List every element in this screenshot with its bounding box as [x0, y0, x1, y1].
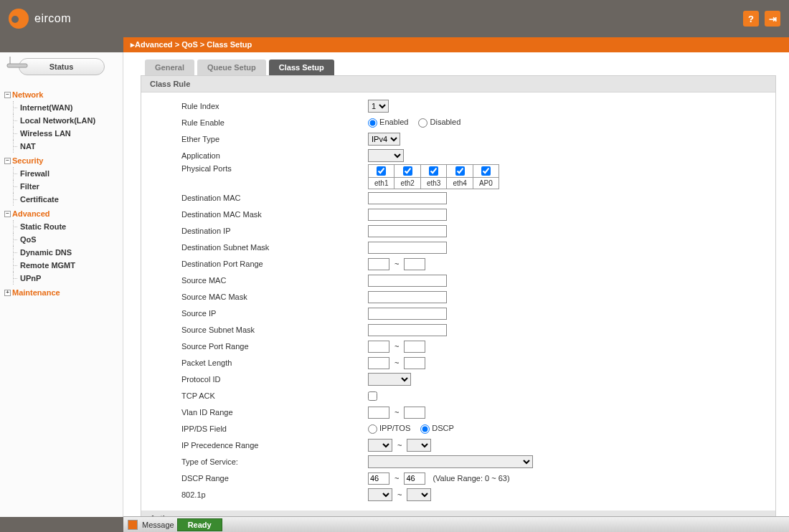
dest-ip-input[interactable] [368, 225, 447, 237]
dscp-to-input[interactable] [404, 472, 425, 485]
label-src-mac-mask: Source MAC Mask [181, 293, 368, 301]
ipp-tos-radio[interactable]: IPP/TOS [368, 424, 410, 434]
nav-group-security[interactable]: −Security [4, 154, 123, 167]
dest-mac-mask-input[interactable] [368, 209, 447, 221]
sidebar-item-wireless-lan[interactable]: Wireless LAN [4, 127, 123, 140]
label-application: Application [181, 151, 368, 160]
sidebar-item-dynamic-dns[interactable]: Dynamic DNS [4, 246, 123, 259]
label-rule-enable: Rule Enable [181, 118, 368, 127]
ether-type-select[interactable]: IPv4 [368, 133, 400, 146]
logo-area: eircom [9, 9, 71, 29]
sidebar-item-firewall[interactable]: Firewall [4, 167, 123, 180]
label-protocol-id: Protocol ID [181, 375, 368, 384]
sidebar-item-nat[interactable]: NAT [4, 140, 123, 153]
dest-port-to-input[interactable] [404, 258, 425, 270]
status-button[interactable]: Status [19, 58, 105, 75]
label-dest-subnet: Destination Subnet Mask [181, 243, 368, 252]
dscp-from-input[interactable] [368, 472, 389, 485]
vlan-from-input[interactable] [368, 407, 389, 419]
breadcrumb-l3: Class Setup [207, 40, 252, 49]
breadcrumb-l2[interactable]: QoS [181, 40, 198, 49]
protocol-id-select[interactable] [368, 373, 411, 386]
status-label: Message [142, 521, 174, 529]
help-icon[interactable]: ? [743, 11, 759, 27]
rule-enable-enabled[interactable]: Enabled [368, 118, 408, 128]
ip-prec-to-select[interactable] [407, 439, 431, 452]
label-vlan-id-range: Vlan ID Range [181, 408, 368, 417]
label-8021p: 802.1p [181, 490, 368, 499]
label-tos: Type of Service: [181, 457, 368, 466]
port-label-eth3: eth3 [420, 178, 446, 189]
tab-general[interactable]: General [145, 60, 194, 75]
nav-tree: −Network Internet(WAN) Local Network(LAN… [0, 85, 123, 299]
label-src-mac: Source MAC [181, 276, 368, 285]
physical-ports-table: eth1 eth2 eth3 eth4 AP0 [368, 164, 499, 189]
port-eth1-checkbox[interactable] [377, 166, 386, 176]
sidebar-item-internet-wan[interactable]: Internet(WAN) [4, 101, 123, 114]
ip-prec-from-select[interactable] [368, 439, 392, 452]
section-class-rule: Class Rule [141, 76, 775, 92]
pkt-len-from-input[interactable] [368, 357, 389, 369]
sidebar-item-remote-mgmt[interactable]: Remote MGMT [4, 259, 123, 272]
label-ipp-ds: IPP/DS Field [181, 424, 368, 433]
nav-group-maintenance[interactable]: +Maintenance [4, 286, 123, 299]
src-ip-input[interactable] [368, 308, 447, 320]
label-rule-index: Rule Index [181, 102, 368, 110]
port-eth2-checkbox[interactable] [403, 166, 412, 176]
dest-port-from-input[interactable] [368, 258, 389, 270]
pkt-len-to-input[interactable] [404, 357, 425, 369]
svg-rect-1 [7, 64, 27, 67]
port-ap0-checkbox[interactable] [481, 166, 491, 176]
tabs: General Queue Setup Class Setup [145, 60, 776, 75]
label-ether-type: Ether Type [181, 135, 368, 143]
main-content: General Queue Setup Class Setup Class Ru… [123, 52, 789, 517]
p8021-from-select[interactable] [368, 488, 392, 501]
breadcrumb-l1[interactable]: Advanced [135, 40, 173, 49]
src-mac-mask-input[interactable] [368, 291, 447, 303]
src-port-from-input[interactable] [368, 341, 389, 353]
nav-group-network[interactable]: −Network [4, 88, 123, 101]
rule-index-select[interactable]: 1 [368, 100, 389, 113]
app-header: eircom ? ⇥ [0, 0, 789, 37]
sidebar-item-static-route[interactable]: Static Route [4, 220, 123, 233]
tab-queue-setup[interactable]: Queue Setup [197, 60, 266, 75]
port-label-eth4: eth4 [447, 178, 473, 189]
label-dest-port-range: Destination Port Range [181, 260, 368, 268]
tos-select[interactable] [368, 455, 533, 468]
label-dest-mac: Destination MAC [181, 194, 368, 202]
sidebar-item-filter[interactable]: Filter [4, 180, 123, 193]
rule-enable-disabled[interactable]: Disabled [418, 118, 460, 128]
port-eth4-checkbox[interactable] [455, 166, 465, 176]
label-tcp-ack: TCP ACK [181, 391, 368, 400]
sidebar-item-certificate[interactable]: Certificate [4, 193, 123, 206]
sidebar-item-qos[interactable]: QoS [4, 233, 123, 246]
label-src-subnet: Source Subnet Mask [181, 326, 368, 334]
dest-mac-input[interactable] [368, 192, 447, 204]
vlan-to-input[interactable] [404, 407, 425, 419]
dest-subnet-input[interactable] [368, 242, 447, 254]
sidebar: Status −Network Internet(WAN) Local Netw… [0, 52, 123, 517]
brand-logo-icon [9, 9, 29, 29]
dscp-hint: (Value Range: 0 ~ 63) [433, 474, 509, 483]
application-select[interactable] [368, 149, 404, 162]
nav-group-advanced[interactable]: −Advanced [4, 207, 123, 220]
src-port-to-input[interactable] [404, 341, 425, 353]
status-value: Ready [177, 518, 222, 531]
tab-class-setup[interactable]: Class Setup [269, 60, 334, 75]
label-dscp-range: DSCP Range [181, 474, 368, 483]
label-ip-prec-range: IP Precedence Range [181, 441, 368, 450]
label-dest-ip: Destination IP [181, 227, 368, 235]
tcp-ack-checkbox[interactable] [368, 391, 377, 401]
port-eth3-checkbox[interactable] [429, 166, 438, 176]
status-bar: Message Ready [123, 516, 789, 532]
dscp-radio[interactable]: DSCP [420, 424, 454, 434]
sidebar-item-upnp[interactable]: UPnP [4, 272, 123, 285]
label-src-ip: Source IP [181, 309, 368, 318]
logout-icon[interactable]: ⇥ [765, 11, 780, 27]
p8021-to-select[interactable] [407, 488, 431, 501]
label-src-port-range: Source Port Range [181, 342, 368, 351]
label-dest-mac-mask: Destination MAC Mask [181, 210, 368, 219]
sidebar-item-local-network-lan[interactable]: Local Network(LAN) [4, 114, 123, 127]
src-subnet-input[interactable] [368, 324, 447, 336]
src-mac-input[interactable] [368, 275, 447, 287]
